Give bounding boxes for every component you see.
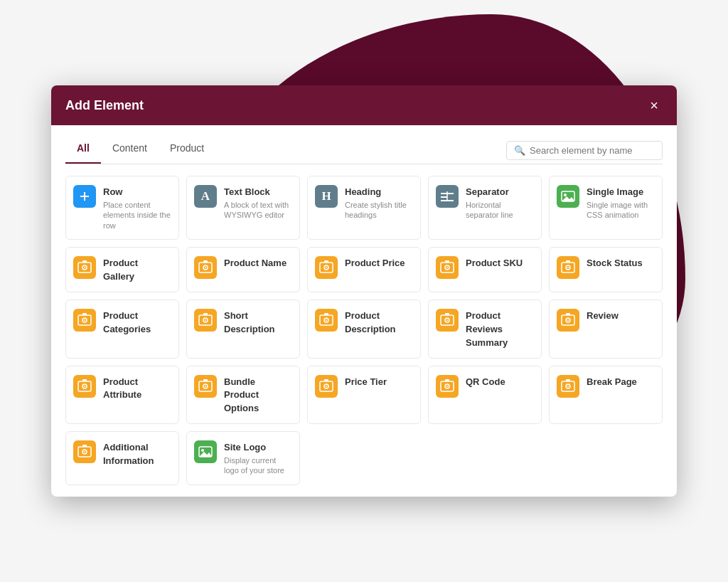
tab-search-row: All Content Product 🔍	[65, 137, 663, 164]
element-desc: Place content elements inside the row	[103, 200, 171, 231]
element-card-text-block[interactable]: AText BlockA block of text with WYSIWYG …	[186, 176, 300, 240]
svg-rect-36	[203, 313, 208, 315]
element-name: Heading	[345, 186, 381, 197]
elements-grid: RowPlace content elements inside the row…	[65, 176, 663, 485]
element-card-product-sku[interactable]: Product SKU	[428, 247, 542, 292]
element-name: Site Logo	[224, 442, 266, 453]
svg-point-51	[84, 386, 85, 387]
element-icon	[194, 375, 217, 398]
element-card-heading[interactable]: HHeadingCreate stylish title headings	[307, 176, 421, 240]
element-icon	[73, 185, 96, 208]
element-icon	[557, 185, 579, 208]
element-icon	[436, 256, 459, 279]
modal-title: Add Element	[65, 98, 144, 113]
element-card-product-description[interactable]: Product Description	[307, 300, 421, 359]
svg-rect-48	[566, 313, 570, 315]
tab-content[interactable]: Content	[101, 137, 159, 164]
svg-point-31	[84, 319, 85, 321]
svg-point-35	[205, 319, 206, 321]
element-icon: A	[194, 185, 217, 208]
element-text: Product Reviews Summary	[466, 309, 534, 349]
svg-rect-16	[203, 260, 208, 263]
element-card-qr-code[interactable]: QR Code	[428, 366, 542, 425]
element-text: Text BlockA block of text with WYSIWYG e…	[224, 185, 292, 220]
element-text: Stock Status	[587, 256, 655, 270]
svg-point-15	[205, 267, 206, 268]
element-icon	[436, 309, 459, 332]
element-card-additional-information[interactable]: Additional Information	[65, 431, 179, 485]
element-card-site-logo[interactable]: Site LogoDisplay current logo of your st…	[186, 431, 300, 485]
svg-point-71	[84, 451, 85, 453]
svg-point-55	[205, 386, 206, 387]
tab-all[interactable]: All	[65, 137, 101, 164]
element-icon	[436, 185, 459, 208]
element-card-product-categories[interactable]: Product Categories	[65, 300, 179, 359]
element-card-product-price[interactable]: Product Price	[307, 247, 421, 292]
search-input[interactable]	[530, 145, 655, 156]
svg-rect-68	[566, 379, 570, 381]
element-card-product-reviews-summary[interactable]: Product Reviews Summary	[428, 300, 542, 359]
search-icon: 🔍	[514, 145, 525, 156]
modal-body: All Content Product 🔍 RowPlace content e…	[51, 125, 677, 496]
element-card-price-tier[interactable]: Price Tier	[307, 366, 421, 425]
element-desc: Horizontal separator line	[466, 200, 534, 221]
element-icon	[194, 440, 217, 463]
element-icon	[73, 309, 96, 332]
element-text: Review	[587, 309, 655, 322]
element-desc: A block of text with WYSIWYG editor	[224, 200, 292, 221]
element-text: Product Gallery	[103, 256, 171, 283]
element-text: Product Categories	[103, 309, 171, 336]
svg-point-47	[567, 319, 569, 321]
close-button[interactable]: ×	[646, 97, 663, 114]
element-name: Single Image	[587, 186, 643, 197]
element-name: Row	[103, 186, 122, 197]
element-icon	[194, 256, 217, 279]
modal-header: Add Element ×	[51, 85, 677, 125]
element-text: SeparatorHorizontal separator line	[466, 185, 534, 220]
svg-point-19	[326, 267, 327, 268]
element-desc: Single image with CSS animation	[587, 200, 655, 221]
svg-rect-64	[445, 379, 449, 381]
svg-point-7	[564, 194, 567, 196]
element-card-product-attribute[interactable]: Product Attribute	[65, 366, 179, 425]
search-box: 🔍	[506, 141, 663, 160]
element-name: Additional Information	[103, 442, 154, 466]
element-name: QR Code	[466, 376, 505, 387]
svg-point-74	[201, 449, 204, 452]
element-card-row[interactable]: RowPlace content elements inside the row	[65, 176, 179, 240]
element-icon	[194, 309, 217, 332]
element-name: Product Reviews Summary	[466, 310, 508, 348]
element-icon	[315, 375, 338, 398]
element-name: Product Attribute	[103, 376, 141, 401]
element-card-review[interactable]: Review	[549, 300, 663, 359]
svg-rect-32	[82, 313, 87, 315]
element-desc: Create stylish title headings	[345, 200, 413, 221]
svg-marker-75	[200, 452, 211, 457]
element-name: Stock Status	[587, 258, 643, 268]
svg-rect-28	[566, 260, 570, 263]
element-icon	[73, 440, 96, 463]
element-card-bundle-product-options[interactable]: Bundle Product Options	[186, 366, 300, 425]
element-text: Product Description	[345, 309, 413, 336]
tab-product[interactable]: Product	[159, 137, 215, 164]
element-card-separator[interactable]: SeparatorHorizontal separator line	[428, 176, 542, 240]
element-text: Additional Information	[103, 440, 171, 467]
element-card-product-name[interactable]: Product Name	[186, 247, 300, 292]
element-name: Product SKU	[466, 258, 523, 268]
element-icon	[557, 309, 579, 332]
element-text: Bundle Product Options	[224, 375, 292, 416]
svg-point-59	[326, 386, 327, 387]
svg-rect-56	[203, 379, 208, 381]
element-text: Product Price	[345, 256, 413, 270]
element-icon	[315, 309, 338, 332]
element-card-single-image[interactable]: Single ImageSingle image with CSS animat…	[549, 176, 663, 240]
element-desc: Display current logo of your store	[224, 455, 292, 476]
element-card-product-gallery[interactable]: Product Gallery	[65, 247, 179, 292]
element-card-stock-status[interactable]: Stock Status	[549, 247, 663, 292]
element-card-break-page[interactable]: Break Page	[549, 366, 663, 425]
svg-rect-12	[82, 260, 87, 263]
element-text: Single ImageSingle image with CSS animat…	[587, 185, 655, 220]
element-name: Product Categories	[103, 310, 151, 334]
element-card-short-description[interactable]: Short Description	[186, 300, 300, 359]
element-name: Short Description	[224, 310, 275, 334]
